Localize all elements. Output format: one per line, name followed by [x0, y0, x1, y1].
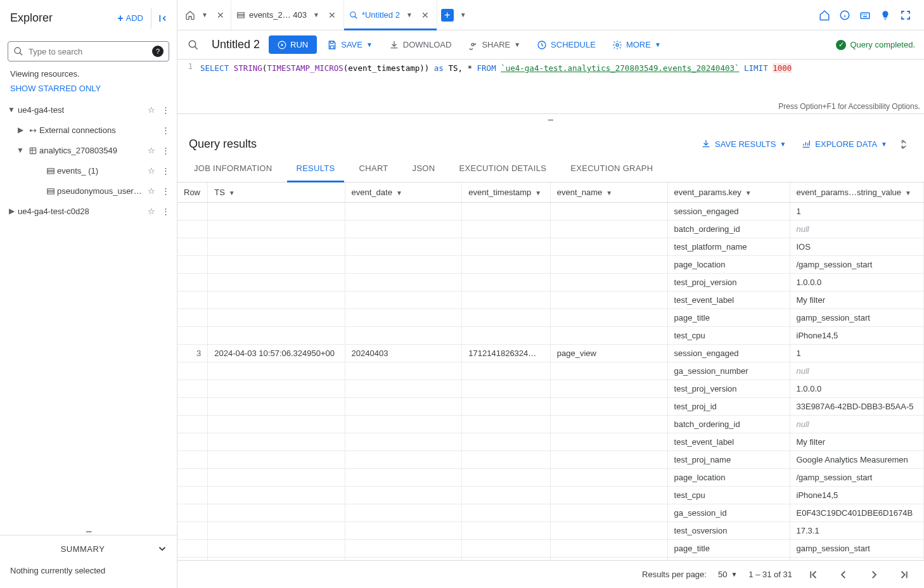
star-icon[interactable]: ☆ — [145, 186, 158, 196]
sort-icon[interactable]: ▼ — [229, 189, 235, 196]
cell[interactable] — [208, 539, 345, 557]
cell[interactable] — [208, 486, 345, 504]
cell[interactable]: test_event_label — [667, 433, 790, 451]
cell[interactable] — [208, 433, 345, 451]
cell[interactable]: IOS — [790, 238, 924, 255]
cell[interactable] — [550, 539, 667, 557]
table-row[interactable]: ga_session_idE0F43C19DC401DBE6D1674B — [177, 504, 924, 521]
cell[interactable]: session_engaged — [667, 344, 790, 362]
cell[interactable]: test_platform_name — [667, 238, 790, 255]
cell[interactable]: gamp_session_start — [790, 539, 924, 557]
cell[interactable]: test_event_label — [667, 291, 790, 309]
cell[interactable] — [208, 309, 345, 326]
cell[interactable] — [462, 504, 550, 521]
cell[interactable]: 1 — [790, 202, 924, 220]
tree-external-connections[interactable]: ▶ External connections ⋮ — [3, 120, 174, 140]
help-icon[interactable]: ? — [152, 46, 164, 57]
more-icon[interactable]: ⋮ — [159, 105, 172, 115]
cell[interactable] — [208, 397, 345, 415]
run-button[interactable]: RUN — [269, 35, 317, 54]
table-row[interactable]: page_location/gamp_session_start — [177, 468, 924, 486]
cell[interactable] — [208, 468, 345, 486]
cell[interactable] — [345, 220, 462, 238]
cell[interactable]: page_location — [667, 468, 790, 486]
cell[interactable] — [345, 202, 462, 220]
fullscreen-icon[interactable] — [900, 9, 911, 21]
cell[interactable] — [177, 380, 208, 397]
cell[interactable]: test_proj_version — [667, 380, 790, 397]
cell[interactable] — [177, 521, 208, 539]
explore-data-button[interactable]: EXPLORE DATA▼ — [793, 135, 895, 153]
more-icon[interactable]: ⋮ — [159, 125, 172, 135]
cell[interactable]: session_engaged — [667, 202, 790, 220]
close-icon[interactable]: ✕ — [419, 8, 432, 23]
cell[interactable] — [208, 504, 345, 521]
bulb-icon[interactable] — [880, 9, 891, 21]
col-params-key[interactable]: event_params.key▼ — [667, 182, 790, 203]
cell[interactable] — [550, 309, 667, 326]
tree-table-events[interactable]: events_ (1) ☆⋮ — [3, 160, 174, 181]
table-row[interactable]: test_platform_nameIOS — [177, 238, 924, 255]
add-tab-dropdown-icon[interactable]: ▼ — [458, 11, 469, 18]
chevron-right-icon[interactable]: ▶ — [5, 207, 18, 215]
cell[interactable] — [550, 202, 667, 220]
add-button[interactable]: +ADD — [112, 9, 148, 28]
table-row[interactable]: test_proj_version1.0.0.0 — [177, 380, 924, 397]
col-row[interactable]: Row — [177, 182, 208, 203]
cell[interactable] — [345, 486, 462, 504]
table-row[interactable]: page_titlegamp_session_start — [177, 309, 924, 326]
tree-dataset-analytics[interactable]: ▼ analytics_270803549 ☆⋮ — [3, 140, 174, 160]
cell[interactable]: /gamp_session_start — [790, 255, 924, 273]
cell[interactable] — [208, 202, 345, 220]
table-row[interactable]: ga_session_numbernull — [177, 362, 924, 380]
cell[interactable] — [462, 291, 550, 309]
cell[interactable]: E0F43C19DC401DBE6D1674B — [790, 504, 924, 521]
table-row[interactable]: 32024-04-03 10:57:06.324950+002024040317… — [177, 344, 924, 362]
cell[interactable] — [345, 255, 462, 273]
cell[interactable]: test_proj_name — [667, 451, 790, 468]
tab-untitled[interactable]: *Untitled 2 ▼ ✕ — [344, 1, 437, 30]
tab-dropdown-icon[interactable]: ▼ — [404, 11, 415, 18]
cell[interactable] — [550, 415, 667, 433]
cell[interactable] — [550, 238, 667, 255]
cell[interactable]: 1.0.0.0 — [790, 380, 924, 397]
cell[interactable]: /gamp_session_start — [790, 468, 924, 486]
cell[interactable] — [345, 433, 462, 451]
cell[interactable] — [550, 451, 667, 468]
cell[interactable] — [208, 255, 345, 273]
search-box[interactable]: ? — [8, 41, 169, 61]
search-input[interactable] — [29, 47, 147, 56]
sort-icon[interactable]: ▼ — [745, 189, 752, 196]
cell[interactable] — [345, 291, 462, 309]
chevron-down-icon[interactable]: ▼ — [5, 105, 18, 114]
tab-home[interactable]: ▼ ✕ — [181, 1, 231, 30]
cell[interactable] — [345, 539, 462, 557]
cell[interactable] — [345, 309, 462, 326]
cell[interactable] — [177, 326, 208, 344]
cell[interactable]: null — [790, 220, 924, 238]
cell[interactable]: ga_session_number — [667, 362, 790, 380]
tab-chart[interactable]: CHART — [350, 156, 397, 182]
download-button[interactable]: DOWNLOAD — [383, 36, 458, 54]
cell[interactable]: 1.0.0.0 — [790, 273, 924, 291]
sql-editor[interactable]: 1 SELECT STRING(TIMESTAMP_MICROS(event_t… — [177, 60, 924, 114]
more-button[interactable]: MORE▼ — [606, 36, 667, 54]
table-row[interactable]: test_proj_id33E987A6-42BD-DBB3-B5AA-5 — [177, 397, 924, 415]
table-row[interactable]: test_osversion17.3.1 — [177, 521, 924, 539]
star-icon[interactable]: ☆ — [145, 105, 158, 115]
tab-job-info[interactable]: JOB INFORMATION — [185, 156, 281, 182]
cell[interactable] — [550, 255, 667, 273]
table-row[interactable]: batch_ordering_idnull — [177, 220, 924, 238]
more-icon[interactable]: ⋮ — [159, 186, 172, 196]
cell[interactable] — [550, 220, 667, 238]
expand-editor-icon[interactable] — [184, 36, 203, 53]
cell[interactable] — [345, 415, 462, 433]
cell[interactable] — [550, 380, 667, 397]
col-event-date[interactable]: event_date▼ — [345, 182, 462, 203]
cell[interactable] — [177, 362, 208, 380]
cell[interactable] — [208, 415, 345, 433]
cell[interactable] — [462, 362, 550, 380]
sort-icon[interactable]: ▼ — [535, 189, 541, 196]
info-icon[interactable] — [839, 9, 850, 21]
more-icon[interactable]: ⋮ — [159, 146, 172, 155]
